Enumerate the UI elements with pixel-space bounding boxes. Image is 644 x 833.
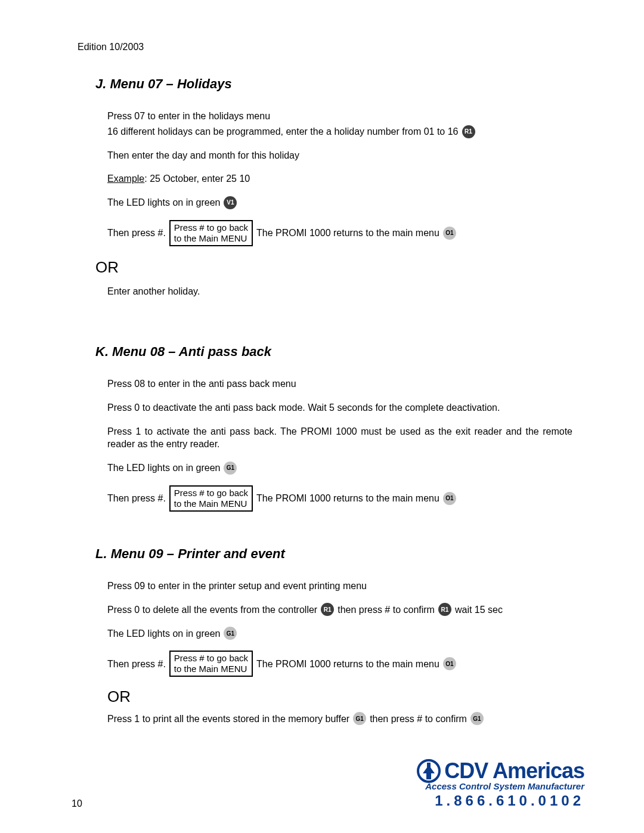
text: Then press #. xyxy=(107,227,166,240)
document-page: Edition 10/2003 J. Menu 07 – Holidays Pr… xyxy=(0,0,644,833)
badge-o1-icon: O1 xyxy=(443,227,456,240)
badge-g1-icon: G1 xyxy=(224,462,237,475)
brand-tagline: Access Control System Manufacturer xyxy=(417,781,584,791)
text: Enter another holiday. xyxy=(107,285,572,298)
brand-block: CDV Americas Access Control System Manuf… xyxy=(417,758,584,809)
text: Press 0 to deactivate the anti pass back… xyxy=(107,401,572,414)
or-label: OR xyxy=(95,258,572,277)
box-line2: to the Main MENU xyxy=(174,498,247,509)
section-k-body: Press 08 to enter in the anti pass back … xyxy=(107,377,572,511)
heading-menu07: J. Menu 07 – Holidays xyxy=(95,76,572,92)
text: Press 09 to enter in the printer setup a… xyxy=(107,580,572,593)
text: Press 07 to enter in the holidays menu xyxy=(107,110,572,123)
box-line1: Press # to go back xyxy=(174,488,248,498)
example-line: Example: 25 October, enter 25 10 xyxy=(107,172,572,185)
box-line2: to the Main MENU xyxy=(174,233,247,243)
hint-box: Press # to go back to the Main MENU xyxy=(169,220,253,246)
section-j-tail: Enter another holiday. xyxy=(107,285,572,298)
box-line2: to the Main MENU xyxy=(174,664,247,674)
section-l-tail: Press 1 to print all the events stored i… xyxy=(107,712,572,725)
text: Then press #. xyxy=(107,492,166,505)
brand-phone: 1.866.610.0102 xyxy=(417,792,584,809)
text: The PROMI 1000 returns to the main menu xyxy=(256,227,439,240)
badge-g1-icon: G1 xyxy=(224,627,237,640)
box-line1: Press # to go back xyxy=(174,222,248,233)
text: Then enter the day and month for this ho… xyxy=(107,149,572,162)
text: 16 different holidays can be programmed,… xyxy=(107,125,459,138)
hint-box: Press # to go back to the Main MENU xyxy=(169,651,253,677)
text: The LED lights on in green xyxy=(107,627,220,640)
badge-v1-icon: V1 xyxy=(224,196,237,209)
badge-r1-icon: R1 xyxy=(321,603,334,616)
page-footer: 10 CDV Americas Access Control System Ma… xyxy=(0,758,644,809)
badge-g1-icon: G1 xyxy=(353,712,366,725)
badge-g1-icon: G1 xyxy=(470,712,484,725)
text: Press 0 to delete all the events from th… xyxy=(107,603,317,617)
box-line1: Press # to go back xyxy=(174,653,248,663)
heading-menu08: K. Menu 08 – Anti pass back xyxy=(95,344,572,360)
badge-r1-icon: R1 xyxy=(462,125,475,138)
brand-logo-icon xyxy=(417,759,441,783)
brand-name: CDV Americas xyxy=(444,758,584,784)
section-j-body: Press 07 to enter in the holidays menu 1… xyxy=(107,110,572,246)
text: then press # to confirm xyxy=(338,603,435,617)
text: then press # to confirm xyxy=(370,713,467,726)
text: Press 1 to activate the anti pass back. … xyxy=(107,425,572,451)
section-l-body: Press 09 to enter in the printer setup a… xyxy=(107,580,572,677)
heading-menu09: L. Menu 09 – Printer and event xyxy=(95,546,572,562)
badge-r1-icon: R1 xyxy=(438,603,451,616)
or-label: OR xyxy=(107,688,572,706)
text: Press 08 to enter in the anti pass back … xyxy=(107,377,572,391)
example-value: : 25 October, enter 25 10 xyxy=(144,174,250,184)
badge-o1-icon: O1 xyxy=(443,492,456,505)
hint-box: Press # to go back to the Main MENU xyxy=(169,485,253,512)
example-label: Example xyxy=(107,174,144,184)
edition-label: Edition 10/2003 xyxy=(78,42,572,52)
text: Then press #. xyxy=(107,658,166,671)
text: The LED lights on in green xyxy=(107,196,220,209)
text: Press 1 to print all the events stored i… xyxy=(107,713,349,726)
page-number: 10 xyxy=(72,798,82,809)
text: The PROMI 1000 returns to the main menu xyxy=(256,658,439,671)
badge-o1-icon: O1 xyxy=(443,657,456,670)
text: The PROMI 1000 returns to the main menu xyxy=(256,492,439,505)
text: wait 15 sec xyxy=(455,603,503,617)
text: The LED lights on in green xyxy=(107,462,220,475)
